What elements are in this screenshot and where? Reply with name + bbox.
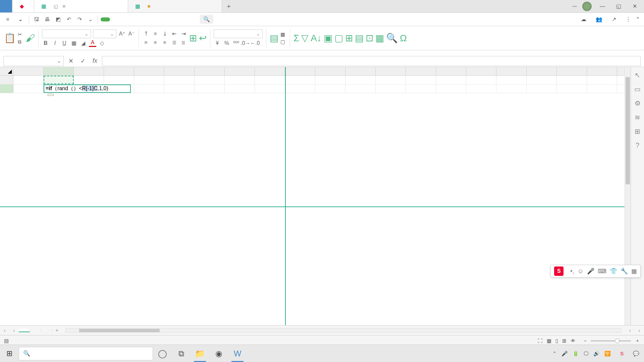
- col-header[interactable]: [225, 67, 255, 75]
- col-header[interactable]: [44, 67, 74, 75]
- minimize-button[interactable]: —: [597, 1, 608, 12]
- merge-button[interactable]: ⊞: [189, 33, 197, 44]
- font-input[interactable]: [42, 31, 83, 37]
- property-icon[interactable]: ≋: [635, 113, 640, 121]
- align-center-icon[interactable]: ≡: [152, 39, 159, 46]
- row-header[interactable]: [0, 76, 13, 84]
- dec-decimal-icon[interactable]: ←.0: [251, 40, 259, 47]
- menu-tab-layout[interactable]: [122, 17, 131, 21]
- cursor-icon[interactable]: ↖: [635, 71, 640, 79]
- ime-toolbar[interactable]: S •, ☺ 🎤 ⌨ 👕 🔧 ▦: [550, 265, 641, 278]
- fontsize-combo[interactable]: ⌄: [93, 29, 116, 38]
- obs-icon[interactable]: ◉: [209, 345, 228, 362]
- undo-icon[interactable]: ↶: [64, 15, 73, 24]
- close-button[interactable]: ✕: [629, 1, 640, 12]
- tray-monitor-icon[interactable]: 🖵: [584, 351, 589, 356]
- align-middle-icon[interactable]: ≡: [152, 30, 159, 38]
- row-header[interactable]: [0, 84, 13, 93]
- ime-keyboard-icon[interactable]: ⌨: [598, 267, 606, 275]
- view-normal-icon[interactable]: ▦: [547, 338, 551, 344]
- paste-button[interactable]: 📋: [4, 33, 16, 44]
- taskbar-search[interactable]: 🔍: [19, 347, 153, 360]
- hamburger-icon[interactable]: ≡: [4, 16, 11, 23]
- fill-button[interactable]: ▣: [324, 33, 332, 44]
- avatar[interactable]: [582, 2, 592, 11]
- copy-button[interactable]: ⧉: [18, 39, 23, 45]
- menu-tab-insert[interactable]: [111, 17, 121, 21]
- align-left-icon[interactable]: ≡: [142, 39, 150, 46]
- inc-decimal-icon[interactable]: .0→: [242, 40, 249, 47]
- view-page-icon[interactable]: ▯: [555, 338, 558, 344]
- sheet-tab[interactable]: [19, 329, 30, 332]
- sheet-tab[interactable]: [41, 329, 52, 332]
- col-header[interactable]: [557, 67, 587, 75]
- col-header[interactable]: [195, 67, 225, 75]
- ime-punct-icon[interactable]: •,: [570, 268, 574, 275]
- cancel-formula-button[interactable]: ✕: [66, 56, 76, 66]
- filter-button[interactable]: ▽: [301, 33, 309, 44]
- col-header[interactable]: [345, 67, 376, 75]
- zoom-slider[interactable]: [591, 340, 631, 342]
- chevron-down-icon[interactable]: ⌄: [83, 31, 91, 37]
- maximize-button[interactable]: ◱: [613, 1, 624, 12]
- search-box[interactable]: 🔍: [200, 15, 213, 24]
- col-header[interactable]: [587, 67, 617, 75]
- notification-badge[interactable]: [572, 6, 577, 7]
- file-menu[interactable]: ⌄: [13, 14, 26, 24]
- collapse-ribbon-icon[interactable]: ⌃: [636, 16, 640, 22]
- tray-battery-icon[interactable]: 🔋: [573, 351, 579, 357]
- col-header[interactable]: [74, 67, 104, 75]
- sort-button[interactable]: A↓: [311, 33, 322, 44]
- layout-icon[interactable]: ⊞: [635, 127, 640, 135]
- hscroll-right[interactable]: ›: [635, 327, 644, 333]
- grid-main[interactable]: ◢: [0, 67, 625, 325]
- notifications-icon[interactable]: 💬: [633, 351, 639, 357]
- find-button[interactable]: 🔍: [386, 33, 398, 44]
- sheet-tab[interactable]: [30, 329, 41, 332]
- table-tool-button[interactable]: ▦: [375, 33, 384, 44]
- font-color-icon[interactable]: A: [89, 40, 96, 47]
- cell-style-button[interactable]: ▢: [280, 39, 286, 45]
- print-preview-icon[interactable]: ◩: [53, 15, 63, 24]
- zoom-out-button[interactable]: −: [584, 338, 587, 344]
- hscroll-left[interactable]: ‹: [625, 327, 635, 333]
- print-icon[interactable]: 🖶: [43, 15, 52, 24]
- chevron-down-icon[interactable]: ⌄: [254, 31, 262, 37]
- sum-button[interactable]: Σ: [293, 33, 299, 44]
- accept-formula-button[interactable]: ✓: [78, 56, 88, 66]
- menu-tab-data[interactable]: [144, 17, 153, 21]
- col-header[interactable]: [285, 67, 315, 75]
- font-combo[interactable]: ⌄: [42, 29, 91, 38]
- taskview-icon[interactable]: ⧉: [172, 345, 191, 362]
- cell-editor[interactable]: =if（rand（）<R[-1]C,1,0): [44, 84, 131, 93]
- distribute-icon[interactable]: ⫼: [180, 39, 187, 46]
- add-sheet-button[interactable]: ＋: [52, 327, 61, 334]
- wrap-button[interactable]: ↩: [199, 33, 207, 44]
- percent-icon[interactable]: %: [223, 40, 230, 47]
- col-header[interactable]: [406, 67, 436, 75]
- menu-tab-special[interactable]: [186, 17, 196, 21]
- start-button[interactable]: ⊞: [0, 345, 19, 362]
- active-cell[interactable]: =if（rand（）<R[-1]C,1,0): [44, 84, 74, 93]
- align-bottom-icon[interactable]: ⤓: [161, 30, 168, 38]
- decrease-font-icon[interactable]: A⁻: [128, 30, 135, 38]
- save-icon[interactable]: 🖫: [32, 15, 41, 24]
- tray-mic-icon[interactable]: 🎤: [561, 351, 568, 357]
- zoom-knob[interactable]: [615, 339, 620, 343]
- tab-restore-icon[interactable]: ◱: [54, 4, 58, 9]
- vertical-scrollbar[interactable]: [625, 67, 631, 325]
- tab-add-button[interactable]: ＋: [222, 0, 235, 12]
- cortana-icon[interactable]: ◯: [153, 345, 172, 362]
- highlight-icon[interactable]: ◇: [98, 40, 106, 47]
- formula-input[interactable]: [102, 56, 641, 66]
- cond-format-button[interactable]: ▤: [270, 33, 278, 44]
- reading-mode-icon[interactable]: 👁: [571, 338, 576, 344]
- ime-emoji-icon[interactable]: ☺: [578, 268, 584, 275]
- italic-icon[interactable]: I: [51, 40, 59, 47]
- col-header[interactable]: [376, 67, 406, 75]
- indent-decrease-icon[interactable]: ⇤: [170, 30, 178, 38]
- tab-file-2[interactable]: ▦: [128, 0, 222, 12]
- ime-grid-icon[interactable]: ▦: [631, 267, 637, 275]
- col-header[interactable]: [13, 67, 44, 75]
- tray-sogou-icon[interactable]: S: [620, 351, 624, 356]
